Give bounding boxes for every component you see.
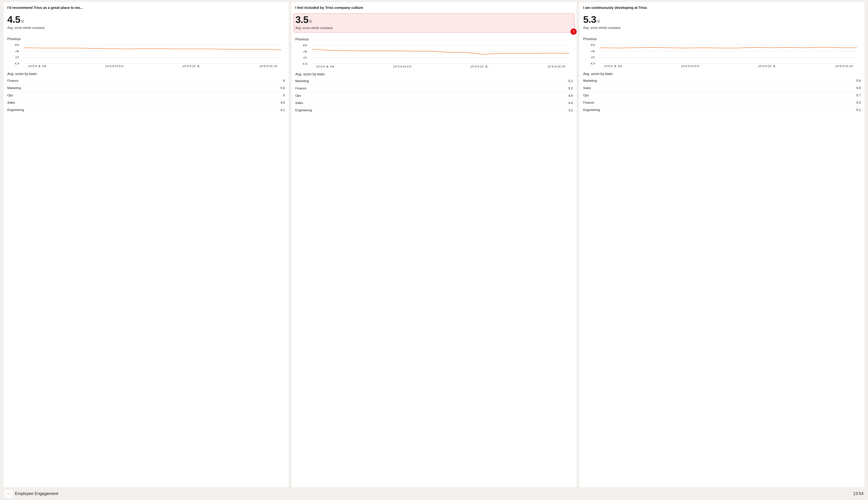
svg-text:4: 4 bbox=[591, 50, 595, 53]
score-block: 5.3 /6 Avg. score whole company bbox=[581, 13, 863, 32]
team-value: 5.7 bbox=[856, 93, 861, 97]
metric-card: I am continuously developing at Triss 5.… bbox=[579, 2, 865, 487]
team-row: Sales 4.9 bbox=[7, 99, 285, 106]
team-name: Sales bbox=[583, 86, 591, 90]
team-name: Engineering bbox=[583, 108, 600, 112]
team-row: Sales 5.8 bbox=[583, 84, 861, 92]
svg-text:6: 6 bbox=[14, 44, 19, 46]
previous-label: Previous bbox=[7, 37, 285, 41]
team-name: Sales bbox=[295, 101, 303, 105]
team-name: Finance bbox=[583, 101, 594, 104]
footer-bar: Triss Employee Engagement 13:54 bbox=[3, 487, 865, 500]
previous-label: Previous bbox=[583, 37, 861, 41]
score-subtitle: Avg. score whole company bbox=[296, 26, 573, 30]
svg-text:2020: 2020 bbox=[393, 65, 411, 68]
score-subtitle: Avg. score whole company bbox=[583, 26, 861, 30]
svg-text:4: 4 bbox=[14, 50, 19, 53]
svg-text:2022: 2022 bbox=[259, 65, 278, 68]
team-value: 4.8 bbox=[568, 94, 573, 98]
team-row: Finance 5.2 bbox=[295, 85, 573, 92]
score-value: 4.5 bbox=[7, 14, 20, 24]
team-value: 5.2 bbox=[568, 87, 573, 90]
team-row: Sales 4.6 bbox=[295, 100, 573, 107]
team-value: 4.6 bbox=[568, 101, 573, 105]
team-value: 4.9 bbox=[281, 101, 285, 104]
team-row: Ops 5 bbox=[7, 92, 285, 99]
team-row: Marketing 5.2 bbox=[295, 78, 573, 85]
svg-text:2: 2 bbox=[302, 56, 307, 59]
team-row: Engineering 5.1 bbox=[583, 106, 861, 114]
team-value: 5 bbox=[283, 93, 285, 97]
svg-text:2022: 2022 bbox=[547, 65, 566, 68]
svg-text:2: 2 bbox=[591, 56, 595, 59]
team-row: Marketing 5.9 bbox=[583, 77, 861, 84]
svg-text:2019: 2019 bbox=[27, 65, 46, 68]
metric-card: I feel included by Triss company culture… bbox=[292, 2, 577, 487]
team-name: Ops bbox=[583, 93, 589, 97]
team-row: Finance 6 bbox=[7, 77, 285, 84]
score-block: 3.5 /6 Avg. score whole company ! bbox=[294, 13, 575, 33]
trend-chart: 02462019202020212022 bbox=[295, 42, 573, 68]
team-name: Engineering bbox=[7, 108, 24, 112]
score-value: 3.5 bbox=[296, 15, 308, 24]
team-value: 4.1 bbox=[281, 108, 285, 112]
team-value: 5.8 bbox=[856, 86, 861, 90]
svg-text:0: 0 bbox=[591, 62, 595, 65]
score-max: /6 bbox=[309, 19, 312, 24]
svg-text:2020: 2020 bbox=[105, 65, 123, 68]
svg-text:2021: 2021 bbox=[182, 65, 201, 68]
svg-text:2019: 2019 bbox=[604, 65, 623, 68]
brand-logo: Triss bbox=[4, 490, 12, 498]
cards-row: I'd recommend Triss as a great place to … bbox=[3, 2, 865, 487]
svg-text:6: 6 bbox=[591, 44, 595, 46]
page-title: Employee Engagement bbox=[15, 491, 850, 496]
team-row: Marketing 5.6 bbox=[7, 84, 285, 92]
team-value: 5.1 bbox=[856, 108, 861, 112]
team-value: 5.2 bbox=[568, 79, 573, 83]
team-row: Finance 5.3 bbox=[583, 99, 861, 106]
team-name: Engineering bbox=[295, 109, 312, 112]
svg-text:0: 0 bbox=[302, 62, 307, 65]
team-value: 5.9 bbox=[856, 79, 861, 83]
svg-text:0: 0 bbox=[14, 62, 19, 65]
team-row: Engineering 3.2 bbox=[295, 107, 573, 114]
svg-text:4: 4 bbox=[302, 50, 307, 53]
by-team-label: Avg. score by team bbox=[583, 72, 861, 76]
svg-text:2020: 2020 bbox=[681, 65, 699, 68]
team-row: Ops 4.8 bbox=[295, 92, 573, 100]
team-name: Ops bbox=[7, 93, 13, 97]
card-title: I feel included by Triss company culture bbox=[295, 5, 573, 10]
trend-chart: 02462019202020212022 bbox=[7, 42, 285, 68]
svg-text:2021: 2021 bbox=[470, 65, 489, 68]
team-value: 6 bbox=[283, 79, 285, 83]
previous-label: Previous bbox=[295, 37, 573, 41]
score-max: /6 bbox=[21, 19, 24, 24]
score-value: 5.3 bbox=[583, 14, 596, 24]
by-team-label: Avg. score by team bbox=[295, 72, 573, 76]
svg-text:2: 2 bbox=[14, 56, 19, 59]
team-value: 5.3 bbox=[856, 101, 861, 104]
score-max: /6 bbox=[596, 19, 600, 24]
svg-text:2022: 2022 bbox=[835, 65, 854, 68]
team-value: 3.2 bbox=[568, 109, 573, 112]
svg-text:2019: 2019 bbox=[316, 65, 334, 68]
metric-card: I'd recommend Triss as a great place to … bbox=[3, 2, 289, 487]
team-row: Engineering 4.1 bbox=[7, 106, 285, 114]
team-row: Ops 5.7 bbox=[583, 92, 861, 99]
svg-text:6: 6 bbox=[302, 44, 307, 47]
team-name: Marketing bbox=[583, 79, 597, 83]
team-name: Ops bbox=[295, 94, 301, 98]
team-name: Marketing bbox=[295, 79, 309, 83]
team-name: Finance bbox=[295, 87, 306, 90]
team-value: 5.6 bbox=[281, 86, 285, 90]
clock: 13:54 bbox=[853, 491, 864, 496]
team-name: Sales bbox=[7, 101, 15, 104]
trend-chart: 02462019202020212022 bbox=[583, 42, 861, 68]
card-title: I am continuously developing at Triss bbox=[583, 5, 861, 10]
score-block: 4.5 /6 Avg. score whole company bbox=[5, 13, 287, 32]
score-subtitle: Avg. score whole company bbox=[7, 26, 285, 30]
alert-icon: ! bbox=[570, 29, 577, 35]
team-name: Finance bbox=[7, 79, 19, 83]
by-team-label: Avg. score by team bbox=[7, 72, 285, 76]
team-name: Marketing bbox=[7, 86, 21, 90]
